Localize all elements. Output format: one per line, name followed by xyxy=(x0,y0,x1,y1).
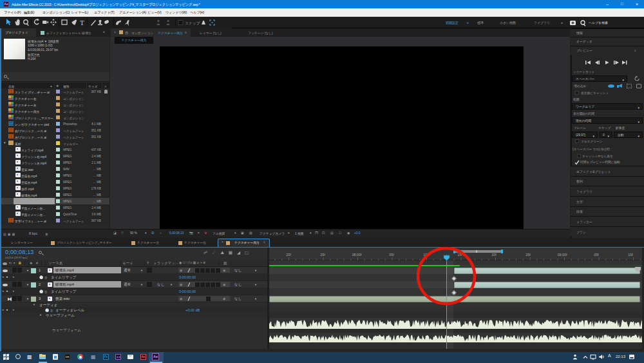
svg-text:スナップ: スナップ xyxy=(185,21,200,25)
svg-text:05f: 05f xyxy=(594,253,599,257)
svg-text:09;00f: 09;00f xyxy=(558,253,567,257)
svg-text:20f: 20f xyxy=(491,253,497,257)
svg-text:T: T xyxy=(80,19,84,26)
svg-text:20f: 20f xyxy=(286,253,291,257)
svg-text:25f: 25f xyxy=(526,253,531,257)
svg-text:ˌ: ˌ xyxy=(578,353,579,357)
svg-text:25f: 25f xyxy=(320,253,325,257)
svg-text:10f: 10f xyxy=(628,253,633,257)
svg-text:05f: 05f xyxy=(389,253,394,257)
svg-text:08;00f: 08;00f xyxy=(352,253,362,257)
